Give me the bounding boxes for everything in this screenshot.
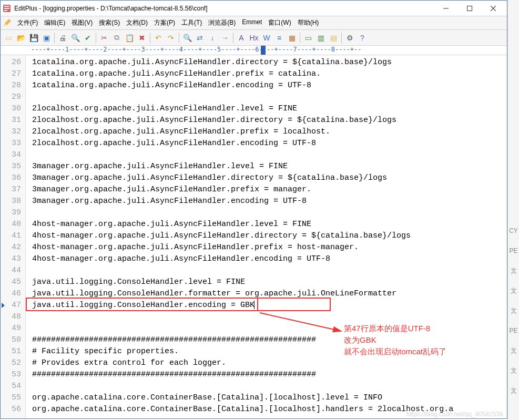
code-area[interactable]: 1catalina.org.apache.juli.AsyncFileHandl… <box>26 56 507 418</box>
menu-item[interactable]: 浏览器(B) <box>205 17 239 28</box>
line-number: 43 <box>1 253 21 265</box>
side-tab[interactable]: 文 <box>508 261 519 281</box>
pencil-icon <box>3 19 11 27</box>
svg-rect-2 <box>4 8 9 9</box>
toolbar-separator <box>54 33 55 43</box>
code-line[interactable] <box>32 149 507 161</box>
menu-item[interactable]: 窗口(W) <box>265 17 294 28</box>
line-number: 27 <box>1 68 21 80</box>
svg-rect-5 <box>467 6 472 11</box>
delete-icon[interactable]: ✖ <box>136 32 148 44</box>
code-line[interactable]: # Provides extra control for each logger… <box>32 357 507 369</box>
line-number: 34 <box>1 149 21 161</box>
code-line[interactable]: ########################################… <box>32 369 507 381</box>
paste-icon[interactable]: 📋 <box>124 32 135 44</box>
code-line[interactable]: 3manager.org.apache.juli.AsyncFileHandle… <box>32 172 507 184</box>
find-next-icon[interactable]: ↓ <box>207 32 218 44</box>
code-line[interactable]: java.util.logging.ConsoleHandler.encodin… <box>32 300 507 311</box>
code-line[interactable]: 4host-manager.org.apache.juli.AsyncFileH… <box>32 253 507 265</box>
save-as-icon[interactable]: ▣ <box>40 32 52 44</box>
svg-rect-3 <box>4 10 7 11</box>
code-line[interactable]: 1catalina.org.apache.juli.AsyncFileHandl… <box>32 68 507 80</box>
side-tab[interactable]: 文 <box>508 381 519 401</box>
code-line[interactable]: 2localhost.org.apache.juli.AsyncFileHand… <box>32 115 507 126</box>
toolbar-separator <box>96 33 96 43</box>
code-line[interactable] <box>32 207 507 219</box>
save-icon[interactable]: 💾 <box>28 32 39 44</box>
side-tab[interactable]: PE <box>508 321 519 341</box>
side-tab[interactable]: 文 <box>508 361 519 381</box>
menu-item[interactable]: 视图(V) <box>68 17 96 28</box>
line-num-icon[interactable]: ≡ <box>273 32 285 44</box>
close-button[interactable] <box>481 1 505 16</box>
folder-icon[interactable]: ▤ <box>328 32 339 44</box>
print-icon[interactable]: 🖨 <box>57 32 68 44</box>
code-line[interactable]: 2localhost.org.apache.juli.AsyncFileHand… <box>32 126 507 138</box>
menu-item[interactable]: 编辑(E) <box>41 17 68 28</box>
help-icon[interactable]: ? <box>357 32 368 44</box>
goto-icon[interactable]: → <box>219 32 231 44</box>
code-line[interactable] <box>32 311 507 323</box>
annotation-text: 第47行原本的值是UTF-8改为GBK就不会出现启动tomcat乱码了 <box>344 323 446 357</box>
code-line[interactable] <box>32 91 507 103</box>
browser-icon[interactable]: ▭ <box>302 32 314 44</box>
code-line[interactable] <box>32 381 507 392</box>
minimize-button[interactable] <box>434 1 457 16</box>
menu-item[interactable]: 工具(T) <box>178 17 205 28</box>
preview-icon[interactable]: 🔍 <box>69 32 81 44</box>
code-line[interactable]: org.apache.catalina.core.ContainerBase.[… <box>32 392 507 404</box>
code-line[interactable]: 4host-manager.org.apache.juli.AsyncFileH… <box>32 230 507 242</box>
redo-icon[interactable]: ↷ <box>165 32 177 44</box>
toolbar-separator <box>341 33 342 43</box>
hex-icon[interactable]: Hx <box>248 32 260 44</box>
line-number: 42 <box>1 242 21 253</box>
menu-item[interactable]: 方案(P) <box>151 17 178 28</box>
cut-icon[interactable]: ✂ <box>98 32 110 44</box>
code-line[interactable]: java.util.logging.ConsoleHandler.level =… <box>32 276 507 288</box>
copy-icon[interactable]: ⧉ <box>111 32 123 44</box>
code-line[interactable]: 4host-manager.org.apache.juli.AsyncFileH… <box>32 219 507 230</box>
code-line[interactable]: 2localhost.org.apache.juli.AsyncFileHand… <box>32 138 507 149</box>
open-icon[interactable]: 📂 <box>15 32 27 44</box>
menu-item[interactable]: 帮助(H) <box>294 17 322 28</box>
code-line[interactable]: 3manager.org.apache.juli.AsyncFileHandle… <box>32 196 507 207</box>
line-number: 46 <box>1 288 21 300</box>
code-line[interactable]: java.util.logging.ConsoleHandler.formatt… <box>32 288 507 300</box>
toolbar: ▭📂💾▣🖨🔍✔✂⧉📋✖↶↷🔍⇄↓→AHxW≡▦▭▥▤⚙? <box>1 30 507 46</box>
code-line[interactable]: 3manager.org.apache.juli.AsyncFileHandle… <box>32 161 507 172</box>
side-tab[interactable]: CY <box>508 221 519 241</box>
side-tab[interactable]: 文 <box>508 281 519 301</box>
new-icon[interactable]: ▭ <box>3 32 14 44</box>
line-number: 45 <box>1 276 21 288</box>
editor-area: 2627282930313233343536373839404142434445… <box>1 56 507 418</box>
terminal-icon[interactable]: ▥ <box>315 32 327 44</box>
menu-item[interactable]: 搜索(S) <box>96 17 123 28</box>
chars-icon[interactable]: ▦ <box>286 32 298 44</box>
line-number: 38 <box>1 196 21 207</box>
find-icon[interactable]: 🔍 <box>181 32 193 44</box>
menu-item[interactable]: Emmet <box>239 17 265 28</box>
spell-icon[interactable]: ✔ <box>82 32 94 44</box>
maximize-button[interactable] <box>457 1 481 16</box>
undo-icon[interactable]: ↶ <box>152 32 164 44</box>
replace-icon[interactable]: ⇄ <box>194 32 206 44</box>
side-tab[interactable]: 文 <box>508 341 519 361</box>
window-controls <box>434 1 505 16</box>
menu-item[interactable]: 文件(F) <box>14 17 41 28</box>
font-dec-icon[interactable]: A <box>236 32 247 44</box>
settings-icon[interactable]: ⚙ <box>344 32 355 44</box>
code-line[interactable]: 4host-manager.org.apache.juli.AsyncFileH… <box>32 242 507 253</box>
line-number: 40 <box>1 219 21 230</box>
side-tab[interactable]: 文 <box>508 301 519 321</box>
code-line[interactable] <box>32 265 507 276</box>
wrap-icon[interactable]: W <box>261 32 272 44</box>
code-line[interactable]: 1catalina.org.apache.juli.AsyncFileHandl… <box>32 57 507 68</box>
menubar: 文件(F)编辑(E)视图(V)搜索(S)文档(D)方案(P)工具(T)浏览器(B… <box>1 16 507 30</box>
code-line[interactable]: 2localhost.org.apache.juli.AsyncFileHand… <box>32 103 507 115</box>
code-line[interactable]: 1catalina.org.apache.juli.AsyncFileHandl… <box>32 80 507 91</box>
side-tab[interactable]: PE <box>508 241 519 261</box>
line-number: 53 <box>1 369 21 381</box>
line-number: 39 <box>1 207 21 219</box>
menu-item[interactable]: 文档(D) <box>123 17 151 28</box>
code-line[interactable]: 3manager.org.apache.juli.AsyncFileHandle… <box>32 184 507 196</box>
